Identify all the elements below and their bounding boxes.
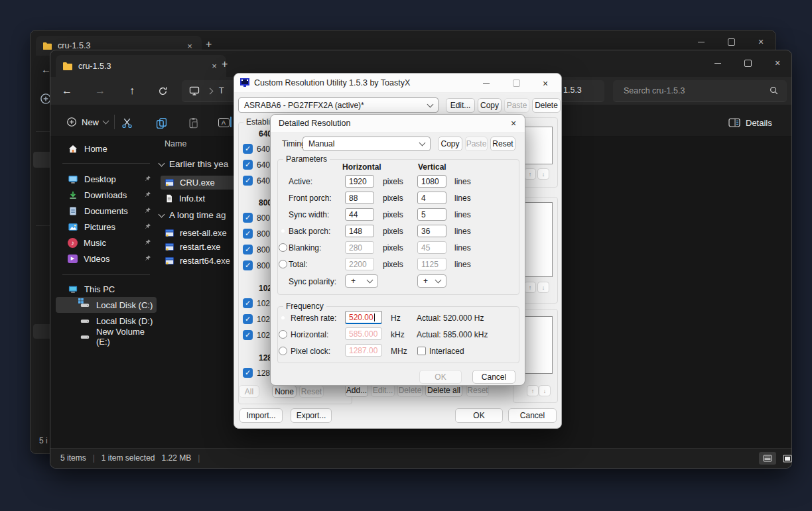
total-horizontal-field[interactable]: 2200 [345, 258, 374, 270]
new-button[interactable]: New [60, 113, 115, 131]
tab-cru[interactable]: cru-1.5.3 × [56, 55, 226, 77]
all-button[interactable]: All [239, 385, 259, 398]
new-tab-button[interactable]: + [206, 38, 212, 50]
move-up-button[interactable]: ↑ [527, 385, 539, 396]
front-porch-vertical-field[interactable]: 4 [417, 192, 446, 204]
detailed-resolutions-list[interactable] [522, 127, 553, 164]
sync-width-horizontal-field[interactable]: 44 [345, 208, 374, 221]
sync-polarity-horizontal-select[interactable]: + [345, 274, 378, 288]
move-up-button[interactable]: ↑ [524, 282, 536, 293]
sidebar-item-videos[interactable]: ▶ Videos [56, 251, 157, 266]
total-radio[interactable] [279, 260, 287, 268]
pixel-clock-radio[interactable] [279, 347, 287, 355]
search-input[interactable]: Search cru-1.5.3 [613, 80, 787, 102]
forward-button[interactable]: → [90, 82, 110, 100]
timing-select[interactable]: Manual [303, 137, 431, 151]
sync-polarity-vertical-select[interactable]: + [417, 274, 446, 288]
refresh-rate-field[interactable]: 520.00 [345, 311, 382, 324]
active-vertical-field[interactable]: 1080 [417, 175, 446, 188]
resolution-checkbox-row[interactable]: ✓800x [243, 260, 274, 270]
file-row-reset-all-exe[interactable]: reset-all.exe [161, 226, 237, 240]
cancel-button[interactable]: Cancel [508, 408, 557, 423]
minimize-button[interactable] [475, 76, 498, 90]
resolution-checkbox-row[interactable]: ✓800x [243, 213, 274, 223]
sidebar-item-music[interactable]: ♪ Music [56, 235, 157, 251]
details-view-toggle[interactable] [759, 452, 776, 465]
cut-icon[interactable] [119, 116, 134, 129]
icons-view-toggle[interactable] [779, 452, 796, 465]
delete-all-button[interactable]: Delete all [425, 384, 462, 397]
standard-resolutions-list[interactable] [522, 202, 553, 277]
file-row-restart-exe[interactable]: restart.exe [161, 240, 237, 254]
move-up-button[interactable]: ↑ [524, 168, 536, 180]
rename-icon[interactable]: A [216, 116, 231, 129]
front-porch-horizontal-field[interactable]: 88 [345, 192, 374, 204]
back-button[interactable]: ← [57, 82, 77, 100]
file-row-restart64-exe[interactable]: restart64.exe [161, 254, 237, 268]
close-button[interactable]: × [767, 56, 788, 70]
resolution-checkbox-row[interactable]: ✓800x [243, 245, 274, 255]
total-vertical-field[interactable]: 1125 [417, 258, 446, 270]
new-tab-button[interactable]: + [222, 58, 228, 70]
import-button[interactable]: Import... [239, 408, 283, 423]
reset-timing-button[interactable]: Reset [490, 137, 515, 151]
edit-display-button[interactable]: Edit... [446, 98, 475, 113]
minimize-button[interactable] [707, 56, 728, 70]
paste-display-button[interactable]: Paste [504, 98, 529, 113]
maximize-button[interactable] [720, 34, 742, 49]
file-row-cru-exe[interactable]: CRU.exe [161, 176, 237, 190]
paste-icon[interactable] [186, 116, 200, 129]
file-group-header[interactable]: A long time ag [159, 210, 226, 220]
back-porch-vertical-field[interactable]: 36 [417, 225, 446, 237]
ok-button[interactable]: OK [455, 408, 503, 423]
none-button[interactable]: None [272, 385, 297, 398]
display-select[interactable]: ASRABA6 - PG27FFX2A (active)* [238, 97, 439, 113]
resolution-checkbox-row[interactable]: ✓640x [243, 160, 274, 170]
close-button[interactable]: × [750, 34, 772, 49]
sync-width-vertical-field[interactable]: 5 [417, 208, 446, 221]
file-group-header[interactable]: Earlier this yea [159, 159, 228, 169]
edit-button[interactable]: Edit... [371, 384, 395, 397]
move-down-button[interactable]: ↓ [539, 385, 551, 396]
resolution-checkbox-row[interactable]: ✓800x [243, 229, 274, 239]
back-porch-horizontal-field[interactable]: 148 [345, 225, 374, 237]
active-horizontal-field[interactable]: 1920 [345, 175, 374, 188]
sidebar-item-new-volume-e[interactable]: New Volume (E:) [56, 329, 157, 345]
delete-button[interactable]: Delete [397, 384, 423, 397]
sidebar-item-downloads[interactable]: Downloads [56, 187, 157, 203]
resolution-checkbox-row[interactable]: ✓640x [243, 144, 274, 154]
sidebar-item-documents[interactable]: Documents [56, 203, 157, 219]
add-button[interactable]: Add... [345, 384, 368, 397]
up-button[interactable]: ↑ [122, 82, 142, 100]
extension-blocks-list[interactable] [522, 316, 553, 374]
copy-display-button[interactable]: Copy [478, 98, 502, 113]
interlaced-checkbox[interactable] [417, 347, 426, 355]
minimize-button[interactable] [691, 34, 712, 49]
blanking-radio[interactable] [279, 243, 287, 252]
paste-timing-button[interactable]: Paste [465, 137, 488, 151]
delete-display-button[interactable]: Delete [532, 98, 561, 113]
copy-icon[interactable] [154, 116, 169, 129]
copy-timing-button[interactable]: Copy [438, 137, 462, 151]
maximize-button[interactable] [737, 56, 758, 70]
blanking-vertical-field[interactable]: 45 [417, 241, 446, 254]
refresh-button[interactable] [153, 82, 172, 100]
details-view-button[interactable]: Details [728, 115, 772, 131]
horizontal-freq-radio[interactable] [279, 330, 287, 339]
move-down-button[interactable]: ↓ [537, 168, 549, 180]
horizontal-freq-field[interactable]: 585.000 [345, 327, 382, 340]
column-header-name[interactable]: Name [165, 139, 186, 148]
sidebar-item-pictures[interactable]: Pictures [56, 219, 157, 235]
sidebar-item-local-disk-c[interactable]: Local Disk (C:) [56, 297, 157, 313]
maximize-button[interactable] [505, 76, 527, 90]
pixel-clock-field[interactable]: 1287.00 [345, 344, 382, 357]
reset-list-button[interactable]: Reset [466, 384, 489, 397]
blanking-horizontal-field[interactable]: 280 [345, 241, 374, 254]
resolution-checkbox-row[interactable]: ✓640x [243, 176, 274, 186]
sidebar-item-desktop[interactable]: Desktop [56, 171, 157, 187]
reset-established-button[interactable]: Reset [299, 385, 324, 398]
cancel-button[interactable]: Cancel [472, 370, 515, 384]
export-button[interactable]: Export... [291, 408, 332, 423]
move-down-button[interactable]: ↓ [537, 282, 549, 293]
sidebar-item-this-pc[interactable]: This PC [56, 281, 157, 297]
